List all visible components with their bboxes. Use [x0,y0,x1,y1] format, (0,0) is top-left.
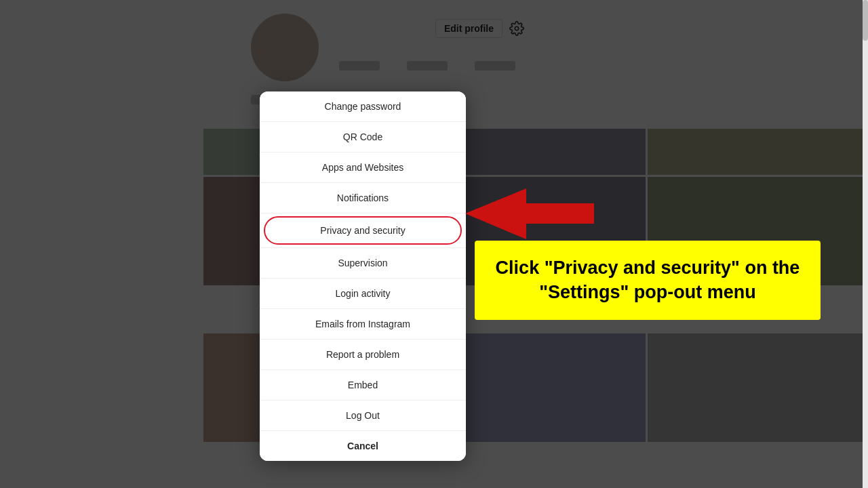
menu-item-login-activity[interactable]: Login activity [260,279,466,309]
menu-item-emails-instagram[interactable]: Emails from Instagram [260,309,466,340]
tooltip-box: Click "Privacy and security" on the "Set… [475,241,821,320]
menu-item-apps-websites[interactable]: Apps and Websites [260,152,466,183]
red-arrow [465,188,594,239]
svg-marker-1 [465,188,594,239]
menu-item-qr-code[interactable]: QR Code [260,122,466,152]
tooltip-text: Click "Privacy and security" on the "Set… [494,256,802,305]
menu-item-cancel[interactable]: Cancel [260,431,466,461]
menu-item-log-out[interactable]: Log Out [260,401,466,431]
menu-item-supervision[interactable]: Supervision [260,248,466,279]
menu-item-privacy-security[interactable]: Privacy and security [264,216,462,245]
menu-item-embed[interactable]: Embed [260,370,466,401]
scrollbar-thumb[interactable] [863,0,868,41]
menu-item-notifications[interactable]: Notifications [260,183,466,214]
menu-item-privacy-security-wrapper: Privacy and security [260,214,466,248]
menu-item-report-problem[interactable]: Report a problem [260,340,466,370]
scrollbar-track [863,0,868,488]
settings-modal: Change password QR Code Apps and Website… [260,92,466,461]
menu-item-change-password[interactable]: Change password [260,92,466,122]
